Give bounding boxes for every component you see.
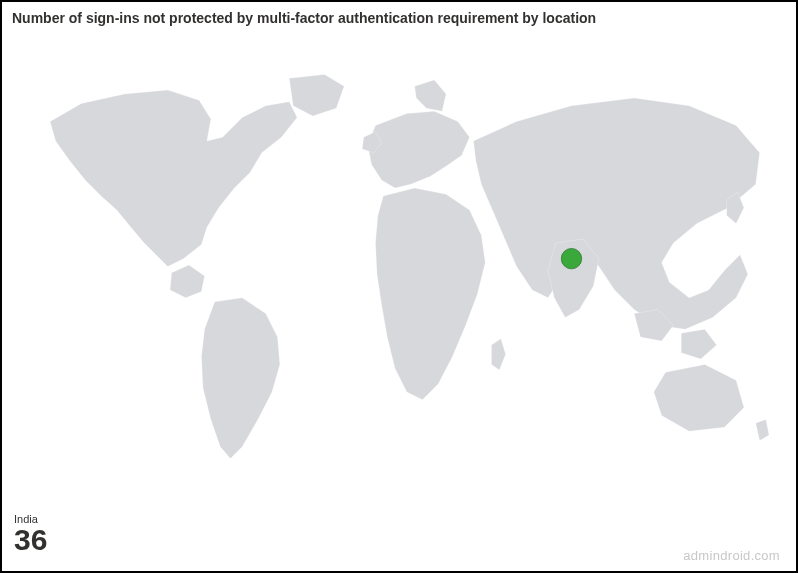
- central-america: [170, 265, 204, 298]
- asia: [473, 98, 759, 329]
- stat-value-count: 36: [14, 525, 47, 555]
- south-america: [201, 298, 279, 459]
- world-map-svg: [7, 32, 791, 501]
- africa: [375, 188, 485, 400]
- new-zealand: [756, 419, 769, 440]
- map-marker-india[interactable]: [561, 248, 581, 268]
- north-america: [50, 90, 297, 266]
- scandinavia: [415, 80, 446, 111]
- madagascar: [492, 339, 506, 370]
- se-asia-2: [681, 329, 716, 359]
- australia: [654, 365, 744, 432]
- europe: [368, 111, 470, 188]
- greenland: [289, 74, 344, 116]
- chart-title: Number of sign-ins not protected by mult…: [12, 10, 596, 26]
- stat-block: India 36: [14, 513, 47, 555]
- world-map: [7, 32, 791, 501]
- watermark-text: admindroid.com: [683, 548, 780, 563]
- map-chart-card: Number of sign-ins not protected by mult…: [0, 0, 798, 573]
- continents-group: [50, 74, 769, 458]
